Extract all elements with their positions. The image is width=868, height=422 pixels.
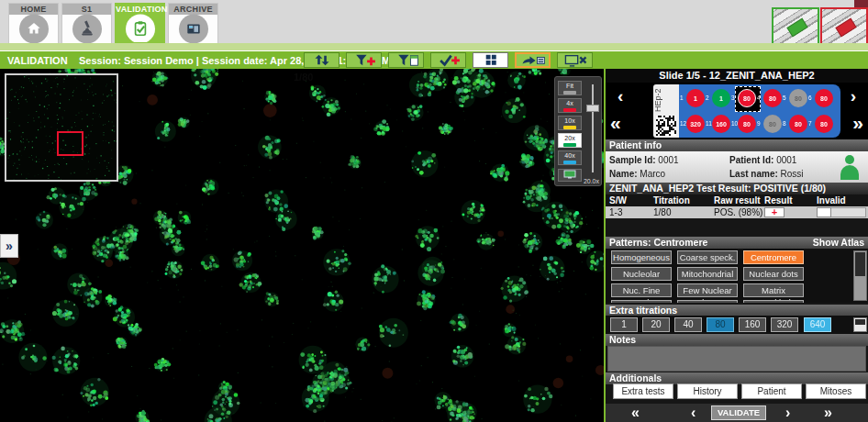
extra-tests-button[interactable]: Extra tests [613, 383, 673, 399]
zoom-slider-handle[interactable] [586, 105, 599, 112]
invalid-checkbox-extension [831, 207, 866, 217]
panel-expander-button[interactable]: » [0, 234, 18, 258]
sort-button[interactable] [304, 52, 339, 68]
well-9[interactable]: 980 [763, 115, 782, 133]
screen-close-button[interactable] [557, 52, 593, 68]
sort-arrows-icon [307, 53, 337, 67]
well-6[interactable]: 680 [815, 89, 833, 107]
live-view-button[interactable] [558, 169, 582, 182]
send-to-archive-icon [518, 53, 548, 67]
well-11[interactable]: 11160 [712, 115, 730, 133]
objective-red-icon [563, 108, 576, 112]
current-zoom-value: 20.0x [584, 178, 599, 184]
tab-archive-label: ARCHIVE [169, 4, 217, 15]
pattern-button-partial[interactable] [611, 300, 672, 303]
check-add-button[interactable] [430, 52, 466, 68]
titration-20-button[interactable]: 20 [642, 317, 670, 332]
red-key-icon [835, 18, 856, 38]
zoom-40x-button[interactable]: 40x [558, 150, 582, 165]
objective-green-icon [563, 143, 576, 147]
pattern-button-partial[interactable] [743, 300, 804, 303]
patient-button[interactable]: Patient [741, 383, 802, 399]
zoom-4x-button[interactable]: 4x [558, 98, 582, 113]
zoom-slider-track[interactable] [592, 84, 594, 172]
titration-320-button[interactable]: 320 [771, 317, 798, 332]
tab-archive[interactable]: ARCHIVE [168, 3, 218, 43]
sample-id-value: 0001 [658, 155, 678, 165]
titration-80-button[interactable]: 80 [707, 317, 734, 332]
pattern-nuc-fine-speck-button[interactable]: Nuc. Fine speck. [611, 283, 672, 297]
zoom-10x-button[interactable]: 10x [558, 116, 582, 130]
titrations-scrollbar[interactable] [853, 317, 867, 332]
notes-textarea[interactable] [607, 346, 866, 372]
session-bar-title: VALIDATION [7, 55, 79, 66]
pattern-centromere-button[interactable]: Centromere [743, 250, 804, 264]
pattern-nucleolar-button[interactable]: Nucleolar [611, 267, 672, 281]
zoom-control-panel: Fit 4x 10x 20x 40x 20.0x [554, 76, 602, 186]
pattern-coarse-speck-button[interactable]: Coarse speck. [677, 250, 738, 264]
pattern-homogeneous-button[interactable]: Homogeneous [611, 250, 672, 264]
monitor-icon [563, 170, 576, 179]
last-button[interactable]: » [824, 404, 832, 422]
prev-well-button[interactable]: ‹ [618, 86, 623, 106]
tab-validation[interactable]: VALIDATION [115, 3, 165, 43]
pattern-mitochondrial-button[interactable]: Mitochondrial [677, 267, 738, 281]
pattern-few-nuclear-dots-button[interactable]: Few Nuclear dots [677, 283, 738, 297]
home-icon [25, 20, 43, 39]
invalid-checkbox[interactable] [817, 207, 831, 217]
keyboard-reject-shortcut[interactable] [820, 7, 868, 46]
well-4[interactable]: 480 [763, 89, 782, 107]
slide-navigator: ‹ « › » HEp-2 11 21 380 480 580 680 1232… [606, 83, 868, 139]
patterns-scrollbar[interactable] [853, 250, 867, 301]
show-atlas-button[interactable]: Show Atlas [813, 237, 864, 249]
keyboard-accept-shortcut[interactable] [772, 7, 819, 46]
well-3-selected[interactable]: 380 [738, 89, 756, 107]
titration-640-button[interactable]: 640 [804, 317, 831, 332]
grid-view-button[interactable] [473, 52, 508, 68]
slide-barcode-label: HEp-2 [653, 84, 679, 138]
overview-thumbnail[interactable] [5, 73, 118, 182]
tab-s1-label: S1 [62, 4, 111, 15]
pattern-matrix-speckled-button[interactable]: Matrix speckled [743, 283, 804, 297]
patient-lastname-value: Rossi [781, 169, 804, 179]
pattern-button-partial[interactable] [677, 300, 738, 303]
result-table-row[interactable]: 1-3 1/80 POS. (98%) + [606, 206, 868, 218]
roi-rectangle[interactable] [57, 131, 83, 156]
titration-40-button[interactable]: 40 [674, 317, 702, 332]
well-2[interactable]: 21 [712, 89, 730, 107]
zoom-fit-button[interactable]: Fit [558, 81, 582, 95]
filter-add-button[interactable] [346, 52, 382, 68]
well-5[interactable]: 580 [789, 89, 807, 107]
next-slide-button[interactable]: » [852, 112, 863, 134]
right-panel: Slide 1/5 - 12_ZENIT_ANA_HEP2 ‹ « › » HE… [604, 69, 868, 422]
titration-160-button[interactable]: 160 [739, 317, 766, 332]
validate-button[interactable]: VALIDATE [711, 405, 766, 420]
filter-add-icon [350, 53, 379, 67]
prev-slide-button[interactable]: « [610, 112, 621, 134]
positive-plus-icon: + [764, 207, 785, 217]
zoom-20x-button[interactable]: 20x [558, 133, 582, 148]
history-button[interactable]: History [677, 383, 738, 399]
well-7[interactable]: 780 [815, 115, 833, 133]
previous-button[interactable]: ‹ [691, 404, 696, 422]
filter-report-button[interactable] [388, 52, 424, 68]
well-1[interactable]: 11 [686, 89, 705, 107]
objective-gray-icon [563, 91, 576, 94]
next-well-button[interactable]: › [851, 86, 856, 106]
well-12[interactable]: 12320 [686, 115, 705, 133]
qr-code-icon [656, 116, 676, 136]
first-button[interactable]: « [631, 404, 640, 422]
mitoses-button[interactable]: Mitoses [806, 383, 866, 399]
well-10[interactable]: 1080 [738, 115, 756, 133]
pattern-nuclear-dots-button[interactable]: Nuclear dots [743, 267, 804, 281]
titration-1-button[interactable]: 1 [610, 317, 638, 332]
slide-wells-graphic: 11 21 380 480 580 680 12320 11160 1080 9… [679, 84, 840, 138]
patient-person-icon[interactable] [839, 155, 861, 180]
tab-home[interactable]: HOME [8, 3, 59, 43]
tab-s1[interactable]: S1 [61, 3, 112, 43]
well-8[interactable]: 880 [789, 115, 807, 133]
image-viewer: 1/80 » Fit 4x 10x 20x 40x 20.0x [0, 69, 604, 422]
send-to-archive-button[interactable] [515, 52, 551, 68]
green-strip [0, 43, 868, 50]
next-button[interactable]: › [785, 404, 790, 422]
